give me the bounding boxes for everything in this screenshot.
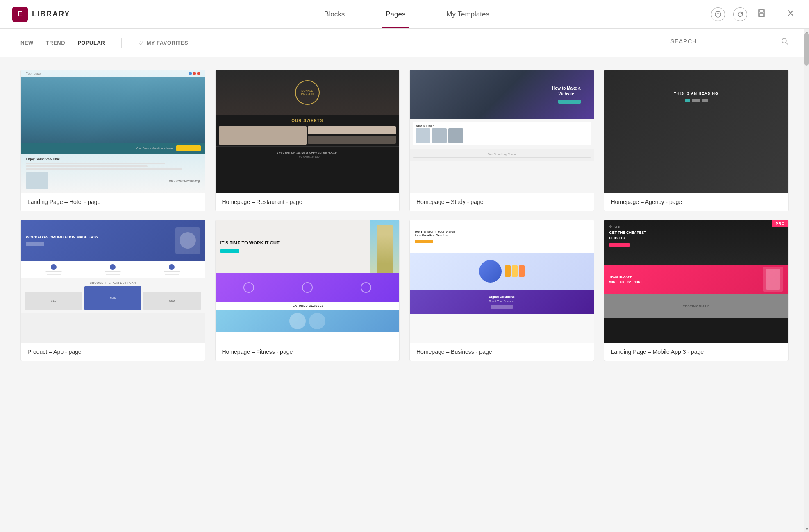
search-area	[670, 38, 789, 48]
filter-popular[interactable]: POPULAR	[77, 40, 105, 46]
template-card-restaurant[interactable]: DONALDPASSION OUR SWEETS "They feel s	[215, 70, 400, 211]
template-thumb-restaurant: DONALDPASSION OUR SWEETS "They feel s	[216, 70, 400, 193]
filter-divider	[121, 38, 122, 48]
heart-icon: ♡	[138, 40, 144, 46]
template-card-hotel[interactable]: Your Logo Your Dream Vacation is Here	[20, 70, 205, 211]
filter-tabs: NEW TREND POPULAR ♡ MY FAVORITES	[20, 38, 188, 48]
template-card-mobile[interactable]: PRO ✈ Torel GET THE CHEAPESTFLIGHTS TRUS…	[604, 220, 789, 361]
template-card-fitness[interactable]: IT'S TIME TO WORK IT OUT	[215, 220, 400, 361]
template-grid-row1: Your Logo Your Dream Vacation is Here	[20, 70, 789, 211]
template-label-mobile: Landing Page – Mobile App 3 - page	[604, 343, 789, 361]
header-divider	[776, 8, 776, 20]
product-hero-text: WORKFLOW OPTIMIZATION MADE EASY	[26, 235, 171, 240]
tab-blocks[interactable]: Blocks	[320, 0, 349, 28]
template-thumb-fitness: IT'S TIME TO WORK IT OUT	[216, 220, 400, 343]
template-card-product[interactable]: WORKFLOW OPTIMIZATION MADE EASY	[20, 220, 205, 361]
template-label-product: Product – App - page	[21, 343, 205, 361]
template-thumb-business: We Transform Your Visioninto Creative Re…	[410, 220, 594, 343]
filter-favorites[interactable]: ♡ MY FAVORITES	[138, 40, 188, 46]
close-button[interactable]	[784, 7, 797, 22]
tab-my-templates[interactable]: My Templates	[442, 0, 493, 28]
svg-point-4	[782, 38, 786, 43]
template-thumb-product: WORKFLOW OPTIMIZATION MADE EASY	[21, 220, 205, 343]
filter-trend[interactable]: TREND	[46, 40, 65, 46]
logo-area: E LIBRARY	[12, 7, 102, 22]
pro-badge: PRO	[772, 220, 788, 227]
scrollbar-track: ▲ ▼	[804, 29, 809, 532]
save-button[interactable]	[755, 7, 768, 22]
tab-pages[interactable]: Pages	[382, 0, 409, 28]
logo-icon: E	[12, 7, 28, 22]
template-thumb-study: How to Make aWebsite Who is it for?	[410, 70, 594, 193]
header: E LIBRARY Blocks Pages My Templates	[0, 0, 809, 29]
filter-new[interactable]: NEW	[20, 40, 34, 46]
template-thumb-agency: THIS IS AN HEADING	[604, 70, 789, 193]
template-thumb-hotel: Your Logo Your Dream Vacation is Here	[21, 70, 205, 193]
nav-tabs: Blocks Pages My Templates	[102, 0, 711, 28]
header-actions	[711, 7, 797, 22]
search-icon	[781, 38, 789, 45]
template-card-business[interactable]: We Transform Your Visioninto Creative Re…	[409, 220, 594, 361]
search-input[interactable]	[670, 38, 777, 45]
refresh-button[interactable]	[733, 7, 747, 21]
scrollbar-thumb[interactable]	[804, 33, 809, 66]
fitness-hero-text: IT'S TIME TO WORK IT OUT	[220, 240, 366, 246]
template-label-hotel: Landing Page – Hotel - page	[21, 193, 205, 211]
template-label-business: Homepage – Business - page	[410, 343, 594, 361]
svg-rect-3	[759, 14, 764, 16]
template-label-fitness: Homepage – Fitness - page	[216, 343, 400, 361]
template-label-study: Homepage – Study - page	[410, 193, 594, 211]
template-grid-row2: WORKFLOW OPTIMIZATION MADE EASY	[20, 220, 789, 361]
main-content: Your Logo Your Dream Vacation is Here	[0, 57, 809, 374]
template-thumb-mobile: PRO ✈ Torel GET THE CHEAPESTFLIGHTS TRUS…	[604, 220, 789, 343]
svg-rect-2	[760, 10, 763, 12]
template-card-study[interactable]: How to Make aWebsite Who is it for?	[409, 70, 594, 211]
template-label-agency: Homepage – Agency - page	[604, 193, 789, 211]
logo-title: LIBRARY	[32, 10, 70, 18]
template-card-agency[interactable]: THIS IS AN HEADING	[604, 70, 789, 211]
upload-button[interactable]	[711, 7, 725, 21]
filter-bar: NEW TREND POPULAR ♡ MY FAVORITES	[0, 29, 809, 57]
scrollbar-arrow-down[interactable]: ▼	[804, 525, 809, 532]
template-label-restaurant: Homepage – Restaurant - page	[216, 193, 400, 211]
